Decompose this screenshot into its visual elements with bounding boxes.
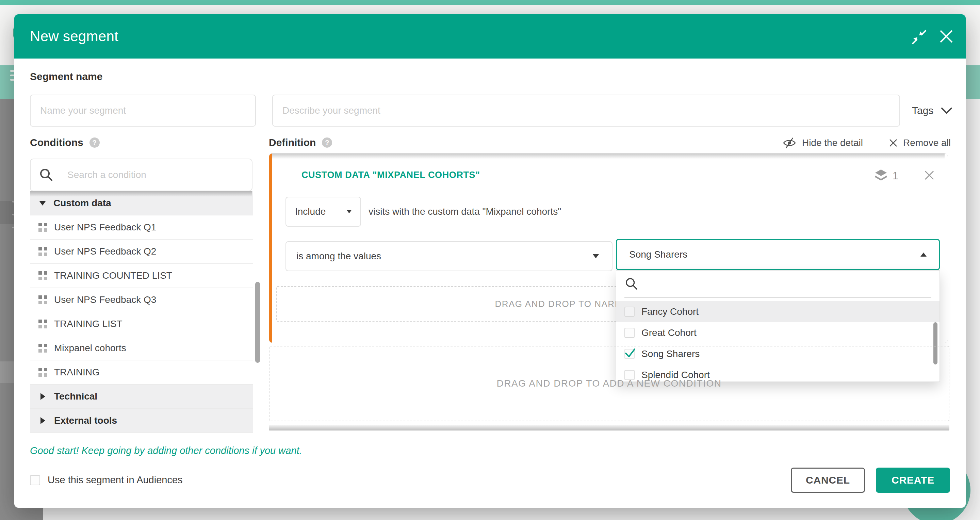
drag-handle-icon: [38, 320, 47, 328]
conditions-heading: Conditions: [30, 137, 83, 148]
conditions-scrollbar[interactable]: [255, 282, 260, 363]
condition-close-icon[interactable]: [924, 170, 935, 181]
condition-item[interactable]: User NPS Feedback Q1: [30, 215, 253, 240]
tags-dropdown[interactable]: Tags: [912, 95, 966, 127]
eye-off-icon: [782, 137, 797, 149]
search-icon: [624, 277, 639, 291]
cohort-option[interactable]: Fancy Cohort: [616, 301, 940, 322]
segment-tip-text: Good start! Keep going by adding other c…: [30, 445, 302, 456]
condition-search-box: [30, 159, 253, 191]
condition-group-external-tools[interactable]: External tools: [30, 409, 253, 433]
condition-item[interactable]: TRAINING: [30, 360, 253, 385]
operator-select[interactable]: is among the values: [285, 241, 612, 271]
drag-handle-icon: [38, 296, 47, 304]
drop-zone-new-condition[interactable]: DRAG AND DROP TO ADD A NEW CONDITION: [269, 346, 950, 421]
app-top-strip: [0, 0, 980, 5]
collapse-icon[interactable]: [911, 29, 927, 45]
value-search-input[interactable]: [642, 273, 928, 295]
caret-down-icon: [593, 254, 599, 258]
condition-group-technical[interactable]: Technical: [30, 385, 253, 409]
drag-handle-icon: [38, 344, 47, 353]
app-root: New segment Segment name Tags Conditi: [0, 0, 980, 520]
tags-label: Tags: [912, 105, 933, 116]
triangle-down-icon: [39, 201, 46, 205]
cohort-option[interactable]: Great Cohort: [616, 322, 940, 343]
new-segment-modal: New segment Segment name Tags Conditi: [14, 14, 966, 508]
segment-name-label: Segment name: [30, 71, 102, 83]
remove-all-button[interactable]: Remove all: [903, 137, 951, 148]
close-icon[interactable]: [939, 29, 954, 44]
cancel-button[interactable]: CANCEL: [791, 468, 865, 493]
chevron-down-icon: [941, 107, 953, 114]
caret-up-icon: [920, 253, 927, 257]
drag-handle-icon: [38, 223, 47, 232]
condition-item[interactable]: TRAINING COUNTED LIST: [30, 264, 253, 288]
condition-card-accent: [269, 153, 272, 343]
remove-all-icon: [889, 138, 898, 147]
modal-header: New segment: [14, 14, 966, 59]
drag-handle-icon: [38, 247, 47, 256]
search-icon: [39, 167, 54, 183]
conditions-list: Custom data User NPS Feedback Q1 User NP…: [30, 191, 253, 433]
value-select[interactable]: Song Sharers: [616, 239, 940, 270]
modal-title: New segment: [30, 14, 118, 59]
segment-name-input[interactable]: [30, 95, 256, 127]
definition-help-icon[interactable]: ?: [322, 137, 332, 148]
condition-sentence: visits with the custom data "Mixpanel co…: [369, 197, 561, 227]
checkbox-unchecked[interactable]: [624, 328, 635, 338]
condition-item[interactable]: User NPS Feedback Q2: [30, 240, 253, 264]
condition-search-input[interactable]: [58, 160, 248, 190]
drag-handle-icon: [38, 271, 47, 280]
triangle-right-icon: [40, 393, 45, 400]
use-in-audiences-row[interactable]: Use this segment in Audiences: [30, 474, 183, 486]
panel-divider: [624, 297, 931, 298]
condition-item[interactable]: TRAINING LIST: [30, 312, 253, 336]
audiences-checkbox[interactable]: [30, 475, 40, 485]
drag-handle-icon: [38, 368, 47, 377]
create-button[interactable]: CREATE: [876, 468, 950, 493]
condition-item[interactable]: Mixpanel cohorts: [30, 336, 253, 360]
checkbox-unchecked[interactable]: [624, 307, 635, 317]
condition-stack-count: 1: [892, 170, 898, 182]
definition-heading: Definition: [269, 137, 316, 148]
triangle-right-icon: [40, 417, 45, 424]
include-select[interactable]: Include: [285, 197, 361, 227]
layers-icon[interactable]: [874, 169, 888, 182]
conditions-help-icon[interactable]: ?: [89, 137, 100, 148]
list-scroll-shadow: [30, 191, 252, 197]
definition-hscrollbar[interactable]: [269, 425, 950, 431]
value-select-value: Song Sharers: [629, 249, 687, 260]
segment-description-input[interactable]: [272, 95, 900, 127]
card-scroll-shadow: [272, 153, 945, 159]
condition-card-title: CUSTOM DATA "MIXPANEL COHORTS": [301, 170, 480, 180]
audiences-label: Use this segment in Audiences: [48, 474, 183, 486]
caret-down-icon: [347, 210, 352, 213]
hide-detail-button[interactable]: Hide the detail: [802, 137, 863, 148]
condition-item[interactable]: User NPS Feedback Q3: [30, 288, 253, 312]
